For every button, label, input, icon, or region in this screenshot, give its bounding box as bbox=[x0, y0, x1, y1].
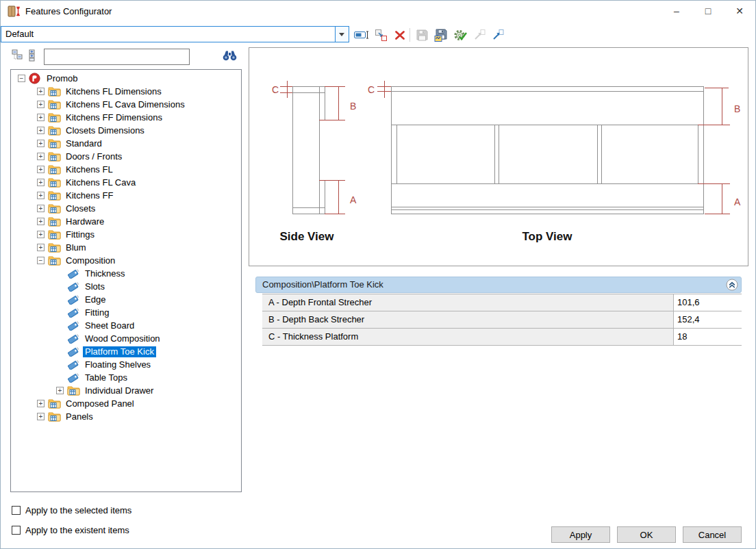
expand-node-icon[interactable]: + bbox=[37, 231, 45, 238]
tree-item-label[interactable]: Kitchens FL Dimensions bbox=[64, 86, 164, 97]
maximize-button[interactable]: □ bbox=[692, 1, 724, 23]
tree-item[interactable]: +Individual Drawer bbox=[11, 384, 241, 397]
apply-button[interactable]: Apply bbox=[551, 526, 610, 543]
tree-item[interactable]: Fitting bbox=[11, 306, 241, 319]
tree-item-label[interactable]: Wood Composition bbox=[83, 333, 162, 344]
tree-item[interactable]: +Panels bbox=[11, 410, 241, 423]
tree-item-label[interactable]: Composition bbox=[64, 255, 117, 266]
tree-item-label[interactable]: Doors / Fronts bbox=[64, 151, 124, 162]
expand-node-icon[interactable]: + bbox=[37, 192, 45, 199]
tree-item-label[interactable]: Platform Toe Kick bbox=[83, 346, 156, 357]
collapse-node-icon[interactable]: − bbox=[18, 75, 25, 82]
expand-node-icon[interactable]: + bbox=[37, 218, 45, 225]
tag-icon bbox=[67, 333, 80, 344]
preset-combobox[interactable]: Default bbox=[1, 26, 349, 42]
expand-node-icon[interactable]: + bbox=[37, 400, 45, 407]
folder-icon bbox=[48, 177, 61, 188]
tree-item-label[interactable]: Promob bbox=[45, 73, 80, 84]
tree-item-label[interactable]: Hardware bbox=[64, 216, 106, 227]
copy-preset-icon[interactable] bbox=[373, 27, 389, 42]
property-value-input[interactable]: 152,4 bbox=[673, 311, 742, 328]
tree-item[interactable]: Platform Toe Kick bbox=[11, 345, 241, 358]
rename-preset-icon[interactable] bbox=[353, 27, 370, 42]
delete-preset-icon[interactable] bbox=[392, 27, 408, 42]
tree-item-label[interactable]: Sheet Board bbox=[83, 320, 136, 331]
tree-item-label[interactable]: Kitchens FL Cava Dimensions bbox=[64, 99, 187, 110]
tree-item[interactable]: Wood Composition bbox=[11, 332, 241, 345]
chevron-up-circle-icon[interactable] bbox=[726, 279, 738, 291]
apply-settings-gear-icon[interactable] bbox=[452, 27, 468, 42]
tree-item-label[interactable]: Closets bbox=[64, 203, 97, 214]
tree-item[interactable]: +Closets bbox=[11, 202, 241, 215]
tree-item-label[interactable]: Table Tops bbox=[83, 372, 129, 383]
tree-item[interactable]: +Kitchens FF Dimensions bbox=[11, 111, 241, 124]
tree-item[interactable]: +Blum bbox=[11, 241, 241, 254]
tree-item-label[interactable]: Fitting bbox=[83, 307, 111, 318]
search-input[interactable] bbox=[44, 49, 190, 65]
tree-item[interactable]: +Kitchens FL Dimensions bbox=[11, 85, 241, 98]
tree-item-label[interactable]: Closets Dimensions bbox=[64, 125, 147, 136]
tree-item[interactable]: +Kitchens FL bbox=[11, 163, 241, 176]
expand-node-icon[interactable]: + bbox=[37, 205, 45, 212]
property-value-input[interactable]: 101,6 bbox=[673, 294, 742, 311]
tree-item-label[interactable]: Kitchens FF Dimensions bbox=[64, 112, 164, 123]
expand-node-icon[interactable]: + bbox=[37, 153, 45, 160]
expand-node-icon[interactable]: + bbox=[37, 179, 45, 186]
binoculars-icon[interactable] bbox=[223, 50, 237, 62]
close-button[interactable]: ✕ bbox=[724, 1, 755, 23]
expand-node-icon[interactable]: + bbox=[37, 140, 45, 147]
tree-item[interactable]: +Kitchens FL Cava bbox=[11, 176, 241, 189]
import-arrow-icon[interactable] bbox=[490, 27, 506, 42]
expand-node-icon[interactable]: + bbox=[37, 244, 45, 251]
expand-node-icon[interactable]: + bbox=[37, 101, 45, 108]
collapse-node-icon[interactable]: − bbox=[37, 257, 45, 264]
tree-item[interactable]: Thickness bbox=[11, 267, 241, 280]
tree-item[interactable]: +Doors / Fronts bbox=[11, 150, 241, 163]
expand-all-icon[interactable] bbox=[26, 49, 38, 62]
tree-item[interactable]: −Composition bbox=[11, 254, 241, 267]
tree-item-label[interactable]: Individual Drawer bbox=[83, 385, 155, 396]
tree-item-label[interactable]: Floating Shelves bbox=[83, 359, 153, 370]
save-icon[interactable] bbox=[414, 27, 430, 42]
tree-item-label[interactable]: Composed Panel bbox=[64, 398, 136, 409]
tree-item-label[interactable]: Edge bbox=[83, 294, 108, 305]
tree-item-label[interactable]: Fittings bbox=[64, 229, 97, 240]
tree-item-label[interactable]: Thickness bbox=[83, 268, 127, 279]
tree-item[interactable]: +Kitchens FF bbox=[11, 189, 241, 202]
tree-item-label[interactable]: Panels bbox=[64, 411, 95, 422]
tree-item[interactable]: +Composed Panel bbox=[11, 397, 241, 410]
tree-item-label[interactable]: Blum bbox=[64, 242, 88, 253]
checkbox[interactable] bbox=[12, 526, 21, 535]
tree-item-label[interactable]: Kitchens FL Cava bbox=[64, 177, 138, 188]
tree-item[interactable]: Table Tops bbox=[11, 371, 241, 384]
expand-node-icon[interactable]: + bbox=[37, 88, 45, 95]
tree-item-label[interactable]: Slots bbox=[83, 281, 107, 292]
expand-node-icon[interactable]: + bbox=[37, 413, 45, 420]
tree-item[interactable]: −Promob bbox=[11, 72, 241, 85]
minimize-button[interactable]: – bbox=[661, 1, 692, 23]
expand-node-icon[interactable]: + bbox=[37, 114, 45, 121]
tree-item[interactable]: Edge bbox=[11, 293, 241, 306]
expand-node-icon[interactable]: + bbox=[37, 127, 45, 134]
collapse-all-icon[interactable] bbox=[12, 49, 24, 62]
tree-item-label[interactable]: Standard bbox=[64, 138, 104, 149]
expand-node-icon[interactable]: + bbox=[56, 387, 64, 394]
tree-item[interactable]: Floating Shelves bbox=[11, 358, 241, 371]
property-value-input[interactable]: 18 bbox=[673, 329, 742, 345]
export-arrow-icon[interactable] bbox=[471, 27, 488, 42]
tree-item[interactable]: +Closets Dimensions bbox=[11, 124, 241, 137]
tree-item-label[interactable]: Kitchens FF bbox=[64, 190, 115, 201]
ok-button[interactable]: OK bbox=[617, 526, 676, 543]
save-library-icon[interactable] bbox=[433, 27, 449, 42]
tree-item[interactable]: +Fittings bbox=[11, 228, 241, 241]
tree-item[interactable]: Sheet Board bbox=[11, 319, 241, 332]
combobox-dropdown-arrow-icon[interactable] bbox=[335, 27, 349, 42]
checkbox[interactable] bbox=[12, 506, 21, 515]
tree-item-label[interactable]: Kitchens FL bbox=[64, 164, 115, 175]
tree-item[interactable]: +Standard bbox=[11, 137, 241, 150]
cancel-button[interactable]: Cancel bbox=[683, 526, 742, 543]
tree-item[interactable]: +Hardware bbox=[11, 215, 241, 228]
tree-item[interactable]: +Kitchens FL Cava Dimensions bbox=[11, 98, 241, 111]
tree-item[interactable]: Slots bbox=[11, 280, 241, 293]
expand-node-icon[interactable]: + bbox=[37, 166, 45, 173]
